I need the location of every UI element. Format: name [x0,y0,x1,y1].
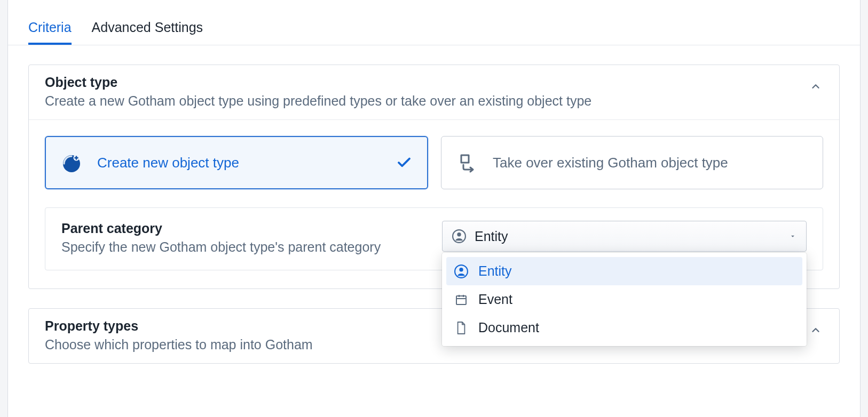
svg-rect-9 [456,296,466,304]
dropdown-item-label: Document [478,320,539,335]
parent-category-select[interactable]: Entity [442,221,807,252]
option-label: Create new object type [97,155,239,171]
section-title-object-type: Object type [45,75,798,90]
caret-down-icon [789,232,796,240]
new-object-icon [61,152,82,173]
collapse-toggle-property-types[interactable] [808,323,823,338]
parent-category-selected-value: Entity [475,229,780,244]
dropdown-item-event[interactable]: Event [446,285,802,314]
tab-criteria[interactable]: Criteria [28,19,72,45]
svg-rect-4 [461,155,469,163]
tab-advanced-settings[interactable]: Advanced Settings [92,19,203,45]
parent-category-dropdown: Entity [442,253,807,346]
section-object-type: Object type Create a new Gotham object t… [28,65,840,289]
parent-category-title: Parent category [61,221,426,236]
parent-category-card: Parent category Specify the new Gotham o… [45,207,823,270]
person-icon [452,229,466,243]
tabs: Criteria Advanced Settings [8,17,860,45]
dropdown-item-entity[interactable]: Entity [446,257,802,285]
svg-point-6 [457,232,461,236]
document-icon [454,321,469,335]
person-icon [454,264,469,278]
dropdown-item-document[interactable]: Document [446,314,802,342]
parent-category-subtitle: Specify the new Gotham object type's par… [61,239,426,255]
dropdown-item-label: Entity [478,263,512,279]
option-create-new-object-type[interactable]: Create new object type [45,136,428,189]
section-subtitle-object-type: Create a new Gotham object type using pr… [45,93,798,109]
chevron-up-icon [810,81,822,92]
svg-rect-3 [74,157,78,159]
check-icon [396,155,412,171]
calendar-icon [454,293,469,306]
option-label: Take over existing Gotham object type [493,155,728,171]
chevron-up-icon [810,324,822,336]
svg-point-8 [459,268,463,271]
collapse-toggle-object-type[interactable] [808,79,823,94]
takeover-icon [456,152,478,173]
option-take-over-existing[interactable]: Take over existing Gotham object type [441,136,823,189]
dropdown-item-label: Event [478,292,512,307]
